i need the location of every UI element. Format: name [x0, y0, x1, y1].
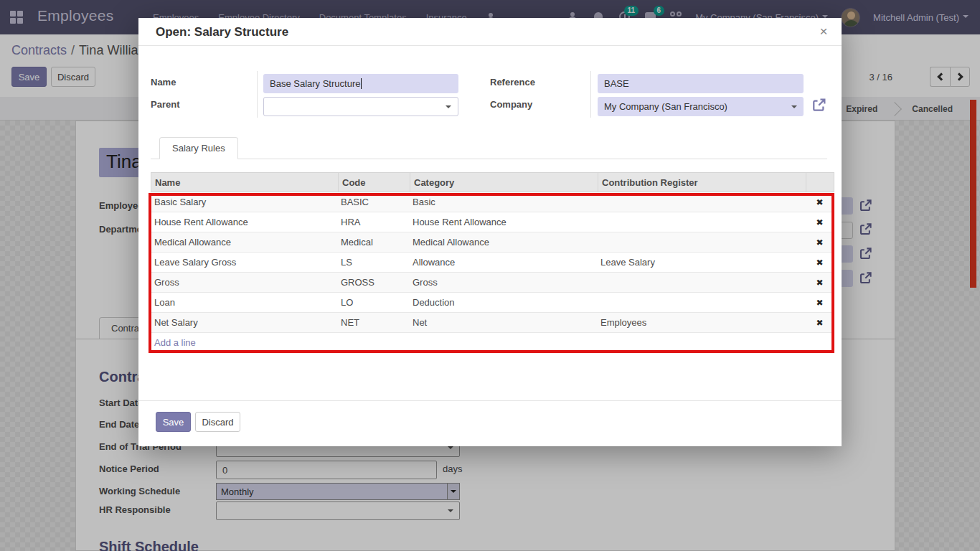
column-header-register[interactable]: Contribution Register: [598, 173, 806, 192]
company-field[interactable]: My Company (San Francisco): [598, 97, 804, 116]
group-separator: [590, 71, 591, 118]
delete-row-icon[interactable]: ✖: [805, 258, 834, 268]
table-row[interactable]: Basic SalaryBASICBasic✖: [151, 192, 834, 212]
delete-row-icon[interactable]: ✖: [805, 278, 834, 288]
chevron-down-icon: [446, 105, 451, 111]
delete-row-icon[interactable]: ✖: [805, 217, 834, 227]
table-header-row: Name Code Category Contribution Register: [151, 172, 834, 192]
close-icon[interactable]: ×: [816, 24, 831, 39]
tab-salary-rules[interactable]: Salary Rules: [159, 137, 238, 159]
column-header-actions: [806, 173, 834, 192]
delete-row-icon[interactable]: ✖: [805, 197, 834, 207]
delete-row-icon[interactable]: ✖: [805, 298, 834, 308]
name-label: Name: [151, 77, 176, 88]
chevron-down-icon: [791, 105, 797, 111]
parent-field[interactable]: [263, 97, 458, 116]
reference-input[interactable]: BASE: [598, 74, 804, 93]
dialog-title: Open: Salary Structure: [156, 25, 288, 39]
table-row[interactable]: Medical AllowanceMedicalMedical Allowanc…: [151, 232, 834, 253]
table-row[interactable]: Leave Salary GrossLSAllowanceLeave Salar…: [151, 253, 834, 273]
modal-save-button[interactable]: Save: [156, 412, 191, 432]
table-body: Basic SalaryBASICBasic✖ House Rent Allow…: [151, 192, 834, 333]
table-row[interactable]: Net SalaryNETNetEmployees✖: [151, 313, 834, 333]
dialog-header: Open: Salary Structure ×: [138, 18, 842, 46]
add-a-line-link[interactable]: Add a line: [151, 333, 834, 352]
tab-underline: [151, 159, 827, 159]
column-header-name[interactable]: Name: [151, 173, 338, 192]
company-label: Company: [490, 99, 532, 110]
table-row[interactable]: GrossGROSSGross✖: [151, 273, 834, 293]
delete-row-icon[interactable]: ✖: [805, 318, 834, 328]
external-link-icon[interactable]: [811, 98, 826, 113]
parent-label: Parent: [151, 99, 179, 110]
salary-rules-table: Name Code Category Contribution Register…: [151, 172, 834, 352]
group-separator: [257, 71, 258, 118]
column-header-category[interactable]: Category: [410, 173, 598, 192]
table-row[interactable]: LoanLODeduction✖: [151, 293, 834, 313]
delete-row-icon[interactable]: ✖: [805, 237, 834, 248]
salary-structure-dialog: Open: Salary Structure × Name Base Salar…: [138, 18, 842, 446]
table-row[interactable]: House Rent AllowanceHRAHouse Rent Allowa…: [151, 212, 834, 232]
column-header-code[interactable]: Code: [338, 173, 410, 192]
text-cursor: [361, 78, 362, 89]
reference-label: Reference: [490, 77, 535, 88]
modal-discard-button[interactable]: Discard: [195, 412, 240, 432]
name-input[interactable]: Base Salary Structure: [263, 74, 458, 93]
dialog-footer: Save Discard: [138, 400, 842, 446]
